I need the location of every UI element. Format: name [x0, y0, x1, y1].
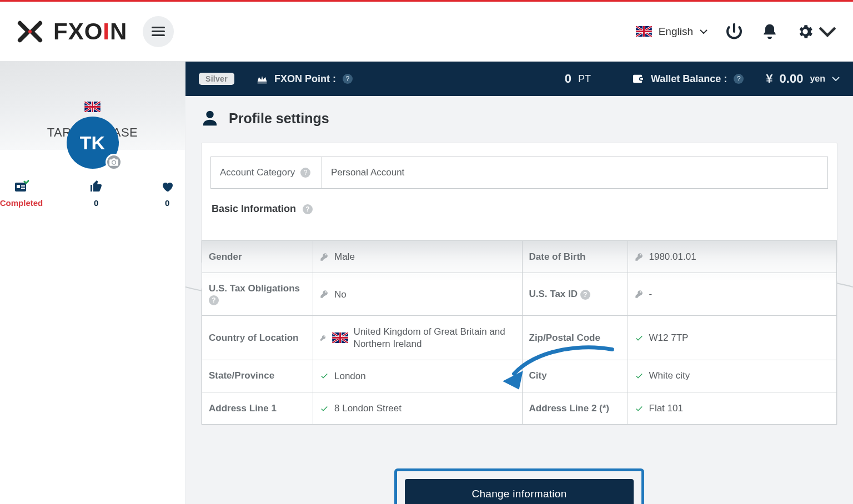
heart-icon [160, 180, 174, 193]
settings-menu[interactable] [796, 23, 836, 41]
row-value: White city [628, 360, 837, 392]
stat-hearts-value: 0 [165, 198, 169, 208]
wallet-unit: yen [810, 74, 825, 84]
status-bar: Silver FXON Point : ? 0 PT Wallet Balanc… [185, 62, 853, 96]
crown-icon [257, 74, 268, 84]
row-value: 8 London Street [313, 392, 523, 425]
svg-point-5 [28, 29, 32, 33]
brand: FXOIN [17, 18, 127, 45]
chevron-down-icon [819, 23, 836, 41]
svg-rect-12 [21, 188, 25, 189]
row-label: U.S. Tax Obligations ? [202, 273, 313, 316]
brand-wordmark: FXOIN [53, 18, 127, 45]
points-label: FXON Point : [274, 73, 336, 85]
wallet-label: Wallet Balance : [651, 73, 727, 85]
row-value: Male [313, 241, 523, 273]
row-value: No [313, 273, 523, 316]
sidebar-stats: Completed 0 0 [0, 180, 185, 208]
points-value: 0 [565, 72, 571, 86]
stat-completed[interactable]: Completed [0, 180, 43, 208]
currency-symbol: ¥ [766, 72, 772, 86]
cta-frame: Change information [394, 468, 644, 504]
svg-rect-11 [21, 185, 25, 187]
page-title: Profile settings [201, 109, 837, 127]
row-value: United Kingdom of Great Britain and Nort… [313, 316, 523, 360]
uk-flag-icon [636, 26, 652, 37]
avatar[interactable]: TK [67, 117, 119, 169]
bell-icon[interactable] [761, 23, 779, 41]
header-right: English [636, 23, 836, 41]
table-row: GenderMaleDate of Birth1980.01.01 [202, 241, 837, 273]
help-icon[interactable]: ? [303, 204, 313, 214]
topbar: FXOIN English [0, 2, 853, 62]
uk-flag-icon [84, 102, 101, 112]
cta-band: Change information [201, 460, 837, 504]
chevron-down-icon [700, 29, 708, 34]
thumb-up-icon [89, 180, 103, 193]
help-icon[interactable]: ? [734, 74, 744, 84]
hamburger-menu-button[interactable] [143, 16, 174, 47]
gear-icon [796, 23, 814, 41]
account-category-label: Account Category? [211, 157, 322, 188]
row-value: Flat 101 [628, 392, 837, 425]
language-label: English [659, 26, 693, 38]
row-label: Date of Birth [522, 241, 628, 273]
help-icon[interactable]: ? [343, 74, 353, 84]
chevron-down-icon [832, 77, 840, 81]
row-label: Country of Location [202, 316, 313, 360]
id-card-icon [14, 180, 29, 193]
power-icon[interactable] [725, 23, 743, 41]
points-unit: PT [578, 73, 591, 85]
sidebar: TARO KAWASE TK Completed 0 [0, 62, 185, 504]
wallet-value: 0.00 [780, 72, 804, 86]
help-icon[interactable]: ? [580, 290, 590, 300]
page-title-text: Profile settings [229, 110, 329, 127]
svg-rect-6 [152, 27, 165, 28]
user-icon [201, 109, 219, 127]
table-row: U.S. Tax Obligations ?NoU.S. Tax ID ?- [202, 273, 837, 316]
row-label: Address Line 1 [202, 392, 313, 425]
row-label: Gender [202, 241, 313, 273]
basic-info-table: GenderMaleDate of Birth1980.01.01U.S. Ta… [202, 240, 837, 425]
change-information-button[interactable]: Change information [405, 479, 633, 504]
basic-info-table-wrap: GenderMaleDate of Birth1980.01.01U.S. Ta… [202, 240, 837, 425]
table-row: Address Line 18 London StreetAddress Lin… [202, 392, 837, 425]
stat-thumbs-value: 0 [94, 198, 98, 208]
account-category-row: Account Category? Personal Account [210, 157, 828, 189]
sidebar-body: TK Completed 0 0 [0, 150, 185, 208]
wallet-icon [632, 74, 644, 84]
row-value: - [628, 273, 837, 316]
row-label: State/Province [202, 360, 313, 392]
help-icon[interactable]: ? [300, 168, 310, 178]
account-category-value: Personal Account [322, 157, 827, 188]
stat-thumbs[interactable]: 0 [78, 180, 114, 208]
stat-completed-label: Completed [0, 198, 43, 208]
points-value-block: 0 PT [565, 72, 591, 86]
svg-rect-7 [152, 31, 165, 32]
callout-arrow [496, 341, 615, 395]
layout: TARO KAWASE TK Completed 0 [0, 62, 853, 504]
avatar-initials: TK [80, 132, 105, 154]
row-value: London [313, 360, 523, 392]
content: Profile settings Account Category? Perso… [185, 96, 853, 504]
row-value: W12 7TP [628, 316, 837, 360]
points: FXON Point : ? [257, 73, 353, 85]
svg-rect-10 [17, 185, 20, 188]
stat-hearts[interactable]: 0 [149, 180, 185, 208]
camera-icon[interactable] [106, 154, 122, 170]
help-icon[interactable]: ? [209, 295, 219, 305]
basic-info-title: Basic Information ? [212, 203, 828, 215]
language-switcher[interactable]: English [636, 26, 708, 38]
uk-flag-icon [332, 332, 348, 343]
wallet-amount[interactable]: ¥ 0.00 yen [766, 72, 840, 86]
tier-chip: Silver [199, 73, 234, 85]
row-label: Address Line 2 (*) [522, 392, 628, 425]
svg-rect-8 [152, 34, 165, 36]
main: Silver FXON Point : ? 0 PT Wallet Balanc… [185, 62, 853, 504]
wallet-label-block: Wallet Balance : ? [632, 73, 744, 85]
row-label: U.S. Tax ID ? [522, 273, 628, 316]
row-value: 1980.01.01 [628, 241, 837, 273]
brand-mark-icon [17, 19, 43, 44]
